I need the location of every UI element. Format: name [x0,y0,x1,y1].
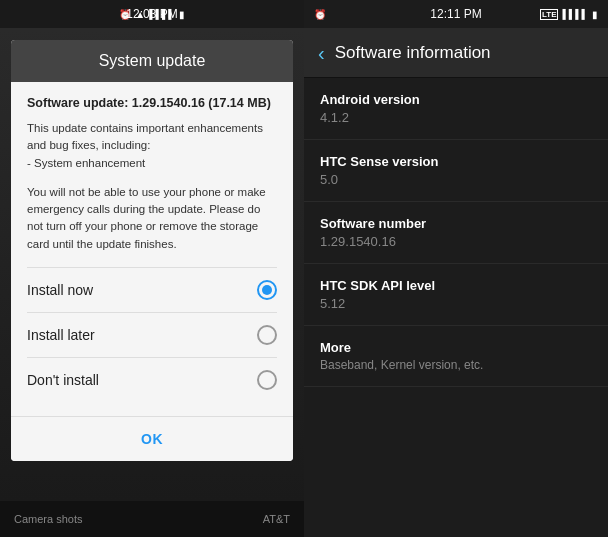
install-now-radio[interactable] [257,280,277,300]
battery-icon: ▮ [179,9,185,20]
android-version-value: 4.1.2 [320,110,592,125]
time-left: 12:03 PM [126,7,177,21]
htc-sense-value: 5.0 [320,172,592,187]
battery-icon-right: ▮ [592,9,598,20]
status-bar-left: ⏰ ▲ ▌▌▌▌ ▮ 12:03 PM [0,0,304,28]
dont-install-option[interactable]: Don't install [27,357,277,402]
dont-install-radio[interactable] [257,370,277,390]
install-now-option[interactable]: Install now [27,267,277,312]
sdk-api-value: 5.12 [320,296,592,311]
bottom-bar-left: Camera shots AT&T [0,501,304,537]
back-button[interactable]: ‹ [318,43,325,63]
update-header: Software update: 1.29.1540.16 (17.14 MB) [27,96,277,110]
info-page-title: Software information [335,43,491,63]
install-later-label: Install later [27,327,95,343]
software-number-item: Software number 1.29.1540.16 [304,202,608,264]
info-header: ‹ Software information [304,28,608,78]
install-now-label: Install now [27,282,93,298]
more-value: Baseband, Kernel version, etc. [320,358,592,372]
software-number-value: 1.29.1540.16 [320,234,592,249]
more-label: More [320,340,592,355]
update-description: This update contains important enhanceme… [27,120,277,172]
dialog-overlay: System update Software update: 1.29.1540… [0,28,304,501]
left-panel: ⏰ ▲ ▌▌▌▌ ▮ 12:03 PM System update Softwa… [0,0,304,537]
att-logo: AT&T [263,513,290,525]
warning-text: You will not be able to use your phone o… [27,184,277,253]
htc-sense-item: HTC Sense version 5.0 [304,140,608,202]
bottom-left-text: Camera shots [14,513,82,525]
system-update-dialog: System update Software update: 1.29.1540… [11,40,293,461]
status-bar-right: ⏰ 12:11 PM LTE ▌▌▌▌ ▮ [304,0,608,28]
alarm-icon-right: ⏰ [314,9,326,20]
sdk-api-item: HTC SDK API level 5.12 [304,264,608,326]
more-item[interactable]: More Baseband, Kernel version, etc. [304,326,608,387]
install-later-radio[interactable] [257,325,277,345]
status-icons-right: LTE ▌▌▌▌ ▮ [540,9,598,20]
right-panel: ⏰ 12:11 PM LTE ▌▌▌▌ ▮ ‹ Software informa… [304,0,608,537]
android-version-label: Android version [320,92,592,107]
software-number-label: Software number [320,216,592,231]
signal-icon-right: ▌▌▌▌ [562,9,588,19]
install-later-option[interactable]: Install later [27,312,277,357]
time-right: 12:11 PM [430,7,481,21]
android-version-item: Android version 4.1.2 [304,78,608,140]
dont-install-label: Don't install [27,372,99,388]
software-info-content: Android version 4.1.2 HTC Sense version … [304,78,608,537]
dialog-body: Software update: 1.29.1540.16 (17.14 MB)… [11,82,293,416]
dialog-footer: OK [11,416,293,461]
htc-sense-label: HTC Sense version [320,154,592,169]
ok-button[interactable]: OK [117,427,187,451]
dialog-title: System update [11,40,293,82]
sdk-api-label: HTC SDK API level [320,278,592,293]
lte-badge: LTE [540,9,559,20]
